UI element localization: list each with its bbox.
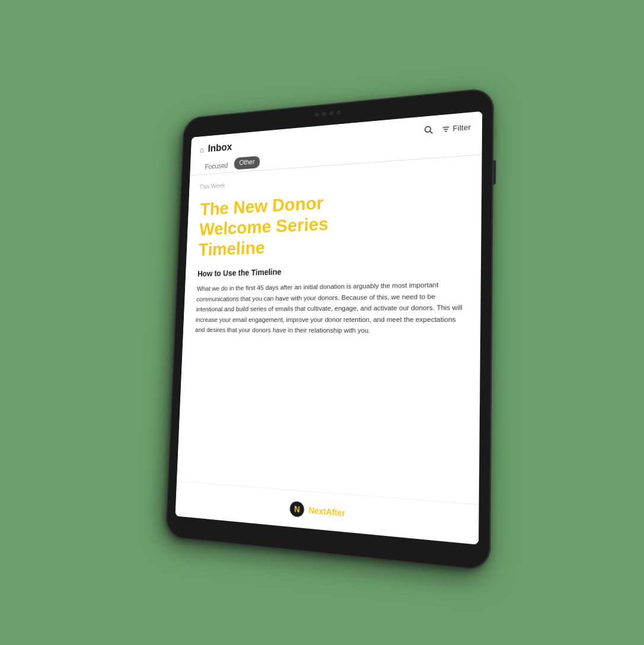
email-footer: N NextAfter (175, 481, 479, 545)
nextafter-logo: N NextAfter (289, 500, 346, 522)
camera-dot (322, 112, 326, 116)
email-subtitle: How to Use the Timeline (197, 263, 466, 278)
logo-after: After (326, 507, 346, 519)
camera-dot (315, 113, 319, 117)
camera-dot (336, 110, 340, 114)
home-icon: ⌂ (200, 145, 205, 154)
svg-point-5 (290, 501, 305, 518)
tablet-shell: ⌂ Inbox (165, 87, 494, 571)
filter-label: Filter (452, 123, 471, 133)
logo-next: Next (308, 505, 326, 516)
svg-text:N: N (294, 504, 300, 514)
email-content: This Week The New Donor Welcome Series T… (177, 155, 482, 504)
svg-point-0 (425, 126, 431, 132)
tab-other[interactable]: Other (234, 156, 260, 170)
search-icon[interactable] (423, 124, 433, 137)
email-title: The New Donor Welcome Series Timeline (198, 184, 466, 260)
header-icons: Filter (423, 121, 471, 137)
logo-text: NextAfter (308, 505, 345, 518)
filter-button[interactable]: Filter (442, 123, 471, 134)
svg-line-2 (443, 127, 449, 127)
tablet-device: ⌂ Inbox (165, 87, 494, 571)
nextafter-logo-icon: N (289, 500, 306, 518)
tab-focused[interactable]: Focused (199, 158, 234, 174)
tablet-screen: ⌂ Inbox (175, 111, 482, 545)
inbox-label: Inbox (208, 141, 232, 154)
email-body-text: What we do in the first 45 days after an… (195, 279, 466, 337)
camera-bar (315, 110, 340, 117)
email-body: The New Donor Welcome Series Timeline Ho… (182, 177, 482, 356)
inbox-title-group: ⌂ Inbox (200, 141, 232, 155)
side-button (493, 160, 496, 185)
camera-dot (329, 111, 333, 115)
svg-line-1 (430, 131, 432, 133)
svg-line-3 (444, 129, 448, 129)
